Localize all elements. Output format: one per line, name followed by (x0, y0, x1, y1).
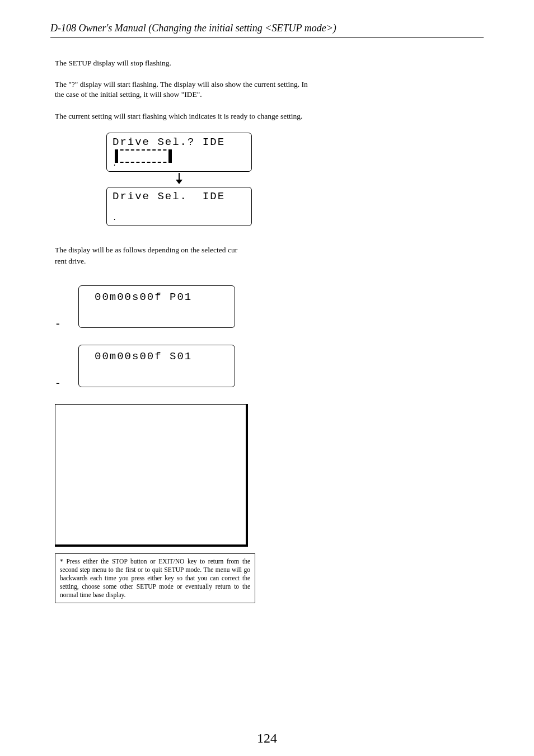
lcd-display-bottom: Drive Sel. IDE . (106, 187, 252, 226)
flash-indicator-box (115, 149, 172, 163)
illustration-placeholder-box (55, 404, 248, 547)
paragraph-2: The "?" display will start flashing. The… (55, 79, 318, 100)
paragraph-1: The SETUP display will stop flashing. (55, 58, 318, 68)
lcd-display-s01: 00m00s00f S01 (78, 345, 235, 387)
page-number: 124 (0, 731, 534, 746)
lcd-top-line1: Drive Sel.? IDE (113, 137, 246, 148)
lcd-p01-line: 00m00s00f P01 (85, 292, 229, 303)
svg-marker-1 (176, 180, 182, 184)
page: D-108 Owner's Manual (Changing the initi… (0, 0, 534, 756)
lcd-display-p01: 00m00s00f P01 (78, 285, 235, 328)
header-rule (50, 37, 484, 38)
paragraph-4b: rent drive. (55, 256, 318, 266)
paragraph-4a: The display will be as follows depending… (55, 245, 318, 255)
page-header: D-108 Owner's Manual (Changing the initi… (50, 22, 484, 34)
paragraph-3: The current setting will start flashing … (55, 111, 318, 121)
note-box: * Press either the STOP button or EXIT/N… (55, 553, 255, 603)
hyphen-mark-2: - (56, 376, 60, 384)
lcd-group-drive-sel: Drive Sel.? IDE . Drive Sel. IDE . (106, 133, 252, 226)
hyphen-mark-1: - (56, 317, 60, 325)
down-arrow-icon (106, 173, 252, 186)
lcd-s01-line: 00m00s00f S01 (85, 351, 229, 363)
lcd-bottom-line1: Drive Sel. IDE (113, 191, 246, 203)
lcd-display-top: Drive Sel.? IDE . (106, 133, 252, 172)
lcd-top-line2: . (113, 161, 118, 168)
lcd-bottom-line2: . (113, 215, 118, 222)
